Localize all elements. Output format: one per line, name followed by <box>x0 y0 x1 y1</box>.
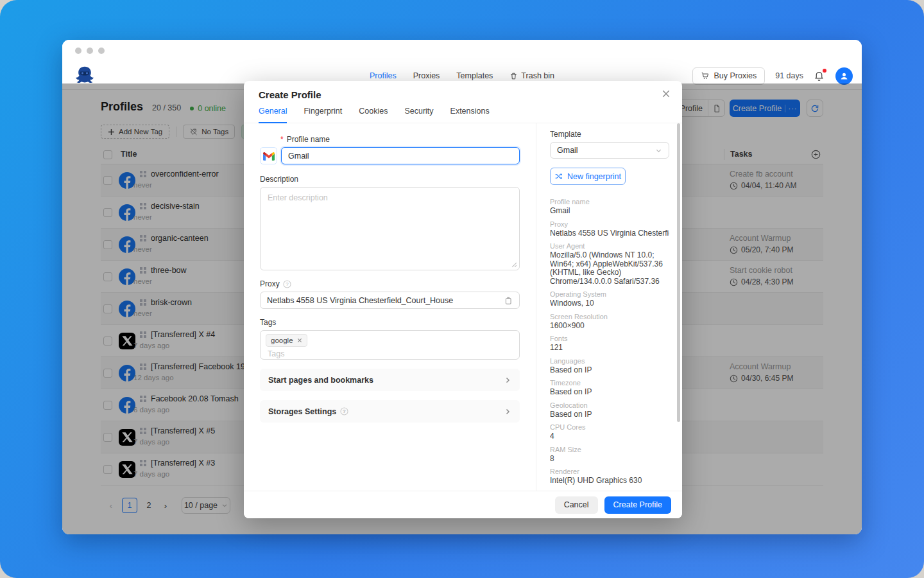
create-profile-modal: Create Profile General Fingerprint Cooki… <box>244 81 682 518</box>
detail-label: User Agent <box>550 242 669 250</box>
nav-templates[interactable]: Templates <box>456 71 493 80</box>
profile-name-input[interactable] <box>281 147 520 164</box>
detail-value: Windows, 10 <box>550 299 669 308</box>
traffic-light-zoom[interactable] <box>98 48 105 54</box>
detail-value: Netlabs 4558 US Virginia Chesterfield_Co… <box>550 229 669 238</box>
fingerprint-detail: Proxy Netlabs 4558 US Virginia Chesterfi… <box>550 220 669 238</box>
detail-label: Profile name <box>550 198 669 206</box>
cancel-button[interactable]: Cancel <box>555 496 598 514</box>
chevron-down-icon <box>655 147 662 154</box>
modal-title: Create Profile <box>259 89 321 100</box>
nav-proxies[interactable]: Proxies <box>413 71 440 80</box>
tab-cookies[interactable]: Cookies <box>359 107 388 123</box>
fingerprint-detail: Profile name Gmail <box>550 198 669 216</box>
fingerprint-detail: Geolocation Based on IP <box>550 401 669 419</box>
detail-value: Gmail <box>550 207 669 216</box>
template-select[interactable]: Gmail <box>550 142 669 159</box>
chevron-right-icon <box>504 376 511 384</box>
shuffle-icon <box>554 172 563 180</box>
nav-profiles[interactable]: Profiles <box>370 71 397 80</box>
chevron-right-icon <box>504 408 511 416</box>
cart-icon <box>701 71 710 80</box>
svg-text:?: ? <box>286 281 289 287</box>
detail-value: 4 <box>550 432 669 441</box>
new-fingerprint-button[interactable]: New fingerprint <box>550 168 626 185</box>
required-asterisk: * <box>280 135 284 144</box>
question-circle-icon: ? <box>340 407 348 416</box>
subscription-days-left: 91 days <box>775 71 803 80</box>
template-label: Template <box>550 130 669 139</box>
traffic-light-minimize[interactable] <box>87 48 93 54</box>
copy-icon[interactable] <box>504 296 513 305</box>
storages-settings-section[interactable]: Storages Settings ? <box>260 400 520 423</box>
detail-label: Operating System <box>550 290 669 299</box>
detail-label: RAM Size <box>550 446 669 454</box>
desktop: Profiles Proxies Templates Trash bin Buy… <box>0 0 924 578</box>
close-icon[interactable] <box>662 89 672 100</box>
tag-chip-google: google <box>266 334 307 347</box>
tags-input[interactable]: google Tags <box>260 330 520 360</box>
detail-label: Screen Resolution <box>550 313 669 321</box>
fingerprint-detail: User Agent Mozilla/5.0 (Windows NT 10.0;… <box>550 242 669 286</box>
detail-label: Geolocation <box>550 401 669 410</box>
notification-dot <box>823 69 826 73</box>
detail-value: 8 <box>550 455 669 464</box>
detail-label: Renderer <box>550 468 669 476</box>
proxy-label: Proxy ? <box>260 279 520 288</box>
description-label: Description <box>260 175 520 184</box>
detail-label: Proxy <box>550 220 669 229</box>
tags-placeholder: Tags <box>268 349 514 358</box>
detail-value: Based on IP <box>550 410 669 419</box>
svg-text:?: ? <box>343 408 346 414</box>
fingerprint-detail: CPU Cores 4 <box>550 423 669 441</box>
trash-icon <box>509 72 518 80</box>
user-avatar[interactable] <box>835 67 853 85</box>
notifications-bell-icon[interactable] <box>814 70 825 82</box>
fingerprint-detail: Screen Resolution 1600×900 <box>550 313 669 331</box>
nav-trash-bin[interactable]: Trash bin <box>509 71 554 80</box>
detail-value: 1600×900 <box>550 322 669 331</box>
create-profile-button[interactable]: Create Profile <box>604 496 671 514</box>
tab-general[interactable]: General <box>259 107 287 123</box>
fingerprint-detail: Operating System Windows, 10 <box>550 290 669 308</box>
remove-tag-icon[interactable] <box>297 338 302 343</box>
fingerprint-detail: Renderer Intel(R) UHD Graphics 630 <box>550 468 669 486</box>
window-titlebar <box>62 40 862 62</box>
resize-handle[interactable] <box>511 262 517 268</box>
panel-divider <box>536 123 536 491</box>
modal-form: * Profile name Description <box>260 130 520 423</box>
tags-label: Tags <box>260 318 520 327</box>
modal-footer: Cancel Create Profile <box>244 491 682 518</box>
tab-fingerprint[interactable]: Fingerprint <box>304 107 342 123</box>
question-circle-icon: ? <box>283 280 291 288</box>
detail-label: Timezone <box>550 379 669 387</box>
profile-name-label: * Profile name <box>280 135 520 144</box>
fingerprint-detail: Timezone Based on IP <box>550 379 669 397</box>
description-textarea[interactable] <box>261 188 519 270</box>
detail-label: Fonts <box>550 335 669 343</box>
detail-value: Based on IP <box>550 366 669 375</box>
tab-security[interactable]: Security <box>404 107 433 123</box>
fingerprint-detail: Languages Based on IP <box>550 357 669 375</box>
fingerprint-details: Profile name Gmail Proxy Netlabs 4558 US… <box>550 198 669 491</box>
start-pages-section[interactable]: Start pages and bookmarks <box>260 369 520 391</box>
detail-value: 121 <box>550 344 669 353</box>
traffic-light-close[interactable] <box>75 48 81 54</box>
detail-label: CPU Cores <box>550 423 669 432</box>
fingerprint-detail: RAM Size 8 <box>550 446 669 464</box>
proxy-input[interactable]: Netlabs 4558 US Virginia Chesterfield_Co… <box>260 292 520 309</box>
tab-extensions[interactable]: Extensions <box>450 107 490 123</box>
modal-scrollbar[interactable] <box>677 123 680 422</box>
buy-proxies-button[interactable]: Buy Proxies <box>692 67 766 85</box>
fingerprint-detail: Fonts 121 <box>550 335 669 353</box>
fingerprint-panel: Template Gmail New fingerprint Profile n… <box>550 130 669 491</box>
detail-value: Intel(R) UHD Graphics 630 <box>550 477 669 486</box>
detail-value: Mozilla/5.0 (Windows NT 10.0; Win64; x64… <box>550 251 669 286</box>
user-icon <box>839 71 849 81</box>
detail-label: Languages <box>550 357 669 365</box>
detail-value: Based on IP <box>550 388 669 397</box>
gmail-icon <box>260 147 277 164</box>
modal-tabs: General Fingerprint Cookies Security Ext… <box>244 107 682 123</box>
